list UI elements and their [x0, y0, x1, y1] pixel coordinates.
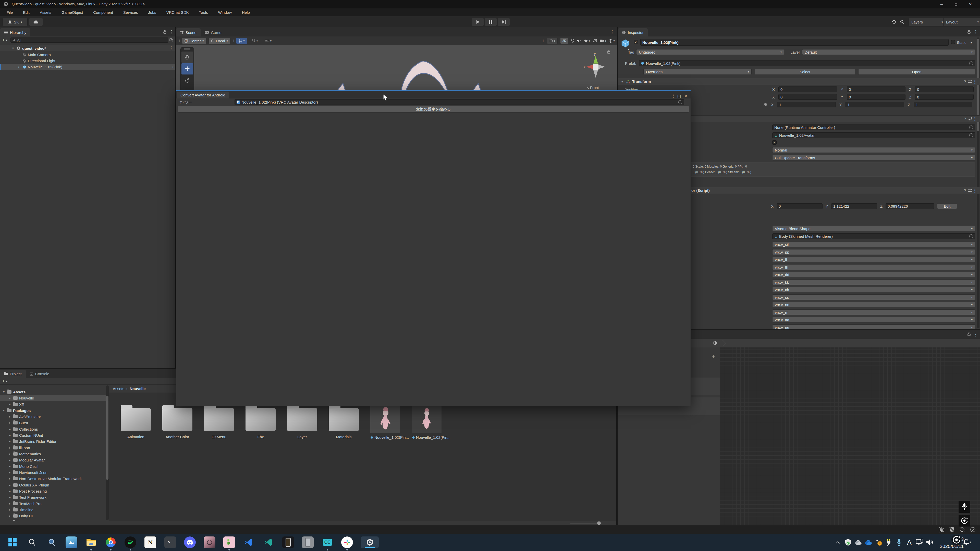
prefab-open-arrow-icon[interactable]: › — [172, 65, 173, 69]
tray-ime-icon[interactable]: A — [905, 538, 914, 547]
tray-security-shield-icon[interactable] — [844, 538, 853, 547]
tray-rewards-icon[interactable] — [874, 538, 883, 547]
status-ok-icon[interactable] — [970, 527, 976, 533]
asset-folder-fbx[interactable]: Fbx — [245, 408, 275, 439]
update-mode-dropdown[interactable]: Normal▾ — [772, 147, 975, 153]
tree-item-burst[interactable]: ▸Burst — [0, 420, 109, 426]
object-picker-icon[interactable] — [969, 133, 973, 137]
view-position-y-field[interactable]: 1.121422 — [831, 203, 877, 209]
tab-game[interactable]: Game — [200, 28, 226, 37]
viseme-dropdown-ff[interactable]: vrc.v_ff▾ — [772, 257, 975, 262]
menu-component[interactable]: Component — [88, 8, 118, 16]
viseme-dropdown-ch[interactable]: vrc.v_ch▾ — [772, 287, 975, 292]
apply-root-motion-checkbox[interactable]: ✓ — [772, 140, 776, 144]
overlay-drag-handle[interactable] — [181, 48, 194, 51]
asset-folder-exmenu[interactable]: EXMenu — [204, 408, 234, 439]
hierarchy-search-input[interactable]: All — [11, 38, 168, 43]
tree-item-textmeshpro[interactable]: ▸TextMeshPro — [0, 500, 109, 507]
collab-disabled-icon[interactable] — [959, 527, 965, 533]
zoom-slider-track[interactable] — [570, 523, 600, 524]
2d-toggle[interactable]: 2D — [560, 38, 568, 44]
search-icon[interactable] — [900, 20, 904, 24]
notification-bell-icon[interactable]: z — [963, 539, 972, 545]
component-menu-icon[interactable]: ⋮ — [972, 188, 977, 193]
debugger-disabled-icon[interactable] — [939, 527, 945, 533]
grid-snap-toggle[interactable]: ▾ — [236, 38, 247, 44]
taskbar-avatar-app-icon[interactable] — [204, 537, 215, 548]
tree-item-mono-cecil[interactable]: ▸Mono Cecil — [0, 463, 109, 469]
taskbar-voice-app-icon[interactable] — [223, 537, 235, 548]
add-icon[interactable]: + — [2, 37, 5, 43]
breadcrumb-root[interactable]: Assets — [113, 386, 124, 391]
taskbar-search-icon[interactable] — [26, 537, 38, 548]
view-position-z-field[interactable]: 0.08942226 — [886, 203, 934, 209]
tree-item-timeline[interactable]: ▸Timeline — [0, 507, 109, 513]
rotation-z-field[interactable]: 0 — [915, 94, 974, 100]
object-picker-icon[interactable] — [678, 100, 682, 104]
culling-mode-dropdown[interactable]: Cull Update Transforms▾ — [772, 155, 975, 160]
viseme-dropdown-dd[interactable]: vrc.v_dd▾ — [772, 272, 975, 277]
scene-orientation-gizmo[interactable]: y x < Front — [576, 48, 615, 94]
object-picker-icon[interactable] — [969, 62, 973, 65]
taskbar-chrome-icon[interactable] — [105, 537, 117, 548]
taskbar-phone-dark-icon[interactable] — [282, 537, 294, 548]
add-track-icon[interactable]: + — [712, 353, 715, 360]
hierarchy-item-directional-light[interactable]: Directional Light — [0, 58, 175, 64]
dialog-maximize-icon[interactable]: ▢ — [676, 94, 682, 98]
expander-icon[interactable]: ▸ — [18, 65, 21, 68]
tree-item-nouvelle[interactable]: ▸Nouvelle — [0, 395, 109, 401]
menu-file[interactable]: File — [2, 8, 18, 16]
tray-display-icon[interactable] — [915, 538, 924, 547]
overlay-microphone-icon[interactable] — [959, 501, 970, 513]
menu-edit[interactable]: Edit — [18, 8, 35, 16]
shading-mode-dropdown[interactable]: ▾ — [547, 38, 558, 44]
hand-tool-button[interactable] — [181, 52, 193, 63]
taskbar-start-button[interactable] — [6, 537, 18, 548]
viseme-dropdown-aa[interactable]: vrc.v_aa▾ — [772, 317, 975, 322]
zoom-slider-thumb[interactable] — [597, 521, 601, 525]
panel-menu-icon[interactable]: ⋮ — [169, 29, 174, 35]
menu-jobs[interactable]: Jobs — [143, 8, 161, 16]
viseme-dropdown-ss[interactable]: vrc.v_ss▾ — [772, 294, 975, 300]
panel-menu-icon[interactable]: ⋮ — [973, 29, 978, 35]
tree-item-oculus-xr-plugin[interactable]: ▸Oculus XR Plugin — [0, 482, 109, 488]
lock-icon[interactable] — [967, 332, 971, 336]
viseme-dropdown-sil[interactable]: vrc.v_sil▾ — [772, 241, 975, 247]
layout-dropdown[interactable]: Layout▾ — [943, 18, 980, 26]
tab-inspector[interactable]: Inspector — [618, 28, 648, 37]
tree-item-mathematics[interactable]: ▸Mathematics — [0, 451, 109, 457]
tree-item-test-framework[interactable]: ▸Test Framework — [0, 494, 109, 500]
tree-item-jetbrains-rider-editor[interactable]: ▸JetBrains Rider Editor — [0, 438, 109, 445]
dialog-titlebar[interactable]: Convert Avatar for Android ⋮ ▢ ✕ — [177, 91, 690, 98]
hierarchy-item-nouvelle-prefab[interactable]: ▸ Nouvelle_1.02(Pink) › — [0, 64, 175, 70]
tree-item-unity-ui[interactable]: ▸Unity UI — [0, 513, 109, 519]
menu-gameobject[interactable]: GameObject — [56, 8, 88, 16]
active-checkbox[interactable]: ✓ — [634, 40, 638, 44]
asset-folder-animation[interactable]: Animation — [121, 408, 151, 439]
snap-increment-toggle[interactable]: ▾ — [249, 38, 261, 44]
tree-item-ndmf[interactable]: ▸Non-Destructive Modular Framework — [0, 475, 109, 482]
hierarchy-item-main-camera[interactable]: Main Camera — [0, 52, 175, 58]
taskbar-vscode-insiders-icon[interactable] — [262, 537, 274, 548]
scene-effects-dropdown[interactable]: ▾ — [584, 39, 590, 43]
lock-icon[interactable] — [163, 30, 167, 34]
tray-onedrive-blue-icon[interactable] — [864, 538, 873, 547]
overlay-recorder-icon[interactable] — [959, 515, 970, 527]
menu-help[interactable]: Help — [237, 8, 255, 16]
animator-avatar-field[interactable]: Nouvelle_1.02Avatar — [772, 132, 975, 138]
taskbar-terminal-icon[interactable]: >_ — [164, 537, 176, 548]
add-icon[interactable]: + — [2, 378, 5, 384]
menu-assets[interactable]: Assets — [35, 8, 56, 16]
component-menu-icon[interactable]: ⋮ — [972, 79, 977, 84]
taskbar-unity-active-icon[interactable] — [361, 537, 379, 548]
scale-z-field[interactable]: 1 — [914, 102, 972, 107]
tray-chevron-icon[interactable] — [834, 538, 842, 547]
scene-visibility-icon[interactable] — [593, 39, 597, 43]
orientation-dropdown[interactable]: Local▾ — [208, 38, 231, 44]
scale-y-field[interactable]: 1 — [845, 102, 904, 107]
tab-console[interactable]: Console — [26, 370, 53, 378]
menu-vrchat-sdk[interactable]: VRChat SDK — [161, 8, 194, 16]
view-position-x-field[interactable]: 0 — [776, 203, 822, 209]
taskbar-slack-icon[interactable] — [341, 537, 353, 548]
tree-item-liltoon[interactable]: ▸lilToon — [0, 445, 109, 451]
